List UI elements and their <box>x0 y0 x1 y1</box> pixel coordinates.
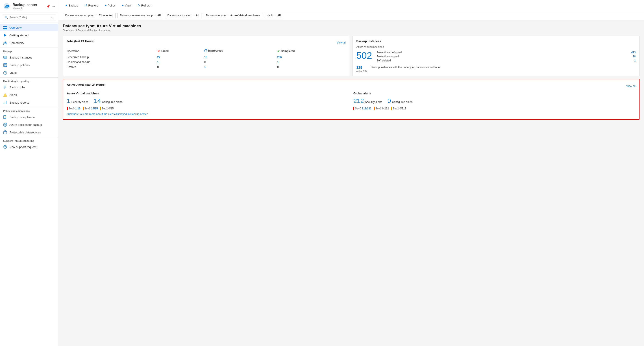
sidebar-item-label: Community <box>10 41 24 44</box>
refresh-label: Refresh <box>141 4 152 7</box>
alerts-learn-more[interactable]: Click here to learn more about the alert… <box>67 112 636 116</box>
community-icon <box>3 41 7 45</box>
bi-stat-row: Protection configured 473 <box>376 51 636 54</box>
refresh-icon: ↻ <box>138 4 140 7</box>
footer-num-block: 129 out of 502 <box>356 66 367 72</box>
page-title: Datasource type: Azure Virtual machines <box>63 24 640 28</box>
bi-stat-row: Protection stopped 28 <box>376 55 636 58</box>
jobs-card-title: Jobs (last 24 Hours) <box>66 40 94 43</box>
global-security-num: 212 <box>354 97 364 104</box>
sidebar-item-label: Vaults <box>10 71 17 74</box>
sidebar-item-protectable[interactable]: Protectable datasources <box>0 128 58 136</box>
global-sev2-dot <box>391 107 392 110</box>
sev2-dot-yellow <box>100 107 101 110</box>
search-input[interactable]: 🔍 Search (Ctrl+/) « <box>3 14 56 20</box>
filter-datasource-type[interactable]: Datasource type == Azure Virtual machine… <box>204 13 262 18</box>
sidebar-item-community[interactable]: Community <box>0 39 58 47</box>
global-sev1-pill: Sev1 0/212 <box>374 107 389 110</box>
filters-bar: Datasource subscription == 62 selected D… <box>58 11 644 20</box>
backup-jobs-icon <box>3 85 7 89</box>
sidebar-item-backup-instances[interactable]: Backup instances <box>0 54 58 61</box>
app-subtitle: Microsoft <box>12 7 37 10</box>
refresh-button[interactable]: ↻ Refresh <box>135 2 154 8</box>
completed-cell: 236 <box>277 55 346 60</box>
bi-stat-row: Soft deleted 1 <box>376 59 636 62</box>
azure-vm-title: Azure Virtual machines <box>67 92 349 95</box>
alerts-view-all[interactable]: View all <box>626 84 636 88</box>
sidebar-item-new-support[interactable]: ? New support request <box>0 143 58 151</box>
azure-sev0-pill: Sev0 1/15 <box>67 107 80 110</box>
global-counts: 212 Security alerts 0 Configured alerts <box>354 97 636 104</box>
global-sev0-pill: Sev0 212/212 <box>354 107 372 110</box>
backup-instances-card: Backup instances Azure Virtual machines … <box>352 36 640 76</box>
sidebar-item-alerts[interactable]: Alerts <box>0 91 58 99</box>
alerts-grid: Azure Virtual machines 1 Security alerts… <box>67 92 636 110</box>
sidebar-item-backup-jobs[interactable]: Backup jobs <box>0 84 58 91</box>
azure-sev2-val: 0/15 <box>108 107 114 110</box>
sidebar-nav: Overview Getting started Community Manag… <box>0 22 58 346</box>
svg-rect-24 <box>5 102 6 104</box>
azure-vm-alerts-col: Azure Virtual machines 1 Security alerts… <box>67 92 349 110</box>
jobs-card-title-row: Jobs (last 24 Hours) View all <box>66 40 346 46</box>
sidebar-item-backup-reports[interactable]: Backup reports <box>0 99 58 106</box>
sidebar-item-label: Protectable datasources <box>10 131 41 134</box>
backup-instances-big-number-col: 502 <box>356 51 376 63</box>
vault-button[interactable]: + Vault <box>119 2 134 8</box>
sidebar-item-backup-policies[interactable]: Backup policies <box>0 61 58 69</box>
in-progress-cell: 15 <box>204 55 278 60</box>
failed-cell: 0 <box>157 64 204 70</box>
search-container: 🔍 Search (Ctrl+/) « <box>0 13 58 22</box>
azure-security-label: Security alerts <box>72 100 88 104</box>
completed-cell: 0 <box>277 64 346 70</box>
filter-location[interactable]: Datasource location == All <box>165 13 202 18</box>
filter-vault[interactable]: Vault == All <box>264 13 283 18</box>
global-sev2-val: 0/212 <box>400 107 406 110</box>
sidebar-item-label: Backup instances <box>10 56 32 59</box>
collapse-button[interactable]: « <box>50 16 53 19</box>
main-content: + Backup ↺ Restore + Policy + Vault ↻ Re… <box>58 0 644 346</box>
svg-point-15 <box>5 72 6 73</box>
svg-rect-3 <box>3 28 5 30</box>
bi-stat-value: 1 <box>634 59 636 62</box>
sidebar-item-getting-started[interactable]: Getting started <box>0 32 58 39</box>
global-sev1-dot <box>374 107 375 110</box>
jobs-view-all[interactable]: View all <box>337 41 346 44</box>
svg-rect-16 <box>4 86 7 86</box>
filter-subscription[interactable]: Datasource subscription == 62 selected <box>63 13 116 18</box>
backup-button[interactable]: + Backup <box>63 2 81 8</box>
backup-instances-footer: 129 out of 502 Backup instances with the… <box>356 66 636 72</box>
sidebar-item-overview[interactable]: Overview <box>0 24 58 32</box>
bi-stat-label: Protection configured <box>376 51 402 54</box>
table-row: On-demand backup 1 0 1 <box>66 60 346 64</box>
backup-reports-icon <box>3 100 7 104</box>
more-icon[interactable]: ··· <box>52 4 55 8</box>
global-sev-pills: Sev0 212/212 Sev1 0/212 Sev2 0/212 <box>354 107 636 110</box>
sidebar-item-label: Backup reports <box>10 101 29 104</box>
svg-rect-21 <box>5 94 6 96</box>
sidebar-item-backup-compliance[interactable]: Backup compliance <box>0 113 58 121</box>
svg-point-6 <box>4 42 6 43</box>
getting-started-icon <box>3 33 7 37</box>
pin-icon[interactable]: 📌 <box>46 4 50 8</box>
sidebar-item-label: Backup compliance <box>10 116 35 119</box>
in-progress-cell: 0 <box>204 60 278 64</box>
app-logo <box>3 3 10 10</box>
sidebar-item-azure-policies[interactable]: Azure policies for backup <box>0 121 58 128</box>
backup-policies-icon <box>3 63 7 67</box>
global-security-label: Security alerts <box>365 100 382 104</box>
svg-rect-23 <box>4 103 4 104</box>
vault-label: Vault <box>125 4 131 7</box>
policy-button[interactable]: + Policy <box>102 2 118 8</box>
global-configured-label: Configured alerts <box>392 100 412 104</box>
alerts-icon <box>3 93 7 97</box>
sidebar-item-vaults[interactable]: Vaults <box>0 69 58 76</box>
backup-instances-main-row: 502 Protection configured 473 Protection… <box>356 51 636 63</box>
svg-rect-18 <box>4 88 6 88</box>
content-area: Datasource type: Azure Virtual machines … <box>58 20 644 346</box>
sev1-dot-orange <box>83 107 84 110</box>
failed-icon: ✕ <box>157 49 160 53</box>
sidebar-item-label: Overview <box>10 26 22 30</box>
failed-cell: 27 <box>157 55 204 60</box>
filter-resource-group[interactable]: Datasource resource group == All <box>118 13 163 18</box>
restore-button[interactable]: ↺ Restore <box>82 2 101 8</box>
